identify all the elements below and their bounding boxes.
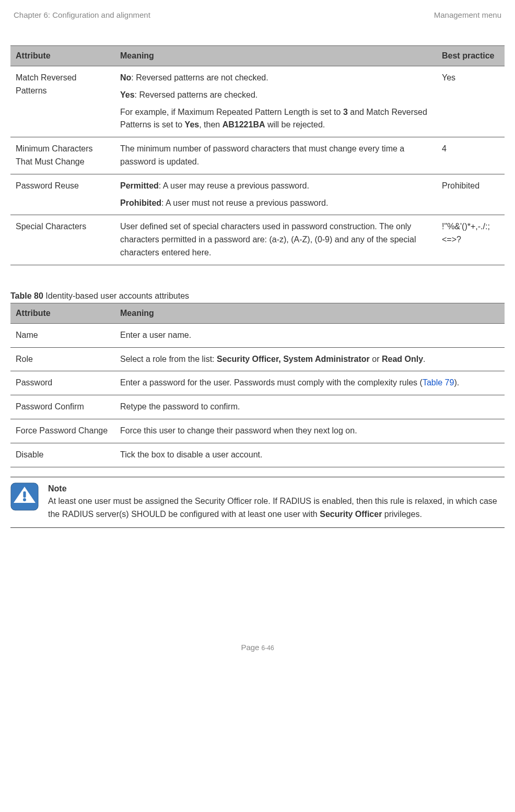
- th-best-practice: Best practice: [437, 46, 505, 66]
- text: : A user may reuse a previous password.: [159, 181, 309, 190]
- table-row: Password Enter a password for the user. …: [10, 371, 505, 395]
- table-row: Role Select a role from the list: Securi…: [10, 347, 505, 371]
- page-header: Chapter 6: Configuration and alignment M…: [10, 10, 505, 45]
- footer-page-number: 6-46: [262, 644, 274, 652]
- text: : A user must not reuse a previous passw…: [161, 198, 328, 207]
- text: Select a role from the list:: [120, 355, 217, 363]
- cell-meaning: User defined set of special characters u…: [115, 215, 437, 265]
- cell-attribute: Disable: [10, 443, 115, 467]
- caption-label: Table 80: [10, 291, 43, 300]
- bold-text: AB1221BA: [223, 120, 265, 129]
- cell-meaning: The minimum number of password character…: [115, 137, 437, 174]
- table-row: Special Characters User defined set of s…: [10, 215, 505, 265]
- table-row: Password Reuse Permitted: A user may reu…: [10, 174, 505, 215]
- bold-text: Prohibited: [120, 198, 161, 207]
- cell-attribute: Special Characters: [10, 215, 115, 265]
- link-table-79[interactable]: Table 79: [423, 378, 454, 387]
- text: , then: [199, 120, 222, 129]
- text: .: [423, 355, 425, 363]
- bold-text: Yes: [185, 120, 200, 129]
- note-block: Note At least one user must be assigned …: [10, 477, 505, 528]
- table-row: Password Confirm Retype the password to …: [10, 395, 505, 419]
- cell-best-practice: Prohibited: [437, 174, 505, 215]
- cell-best-practice: Yes: [437, 66, 505, 137]
- svg-rect-1: [23, 491, 26, 498]
- caption-text: Identity-based user accounts attributes: [43, 291, 189, 300]
- table-79-continuation: Attribute Meaning Best practice Match Re…: [10, 45, 505, 265]
- text: : Reversed patterns are not checked.: [131, 73, 268, 82]
- table-row: Minimum Characters That Must Change The …: [10, 137, 505, 174]
- text: ).: [454, 378, 459, 387]
- note-content: Note At least one user must be assigned …: [48, 483, 505, 521]
- cell-meaning: No: Reversed patterns are not checked. Y…: [115, 66, 437, 137]
- cell-attribute: Force Password Change: [10, 419, 115, 443]
- text: : Reversed patterns are checked.: [135, 90, 258, 99]
- text: or: [370, 355, 382, 363]
- bold-text: Yes: [120, 90, 135, 99]
- table-row: Disable Tick the box to disable a user a…: [10, 443, 505, 467]
- th-meaning: Meaning: [115, 46, 437, 66]
- note-title: Note: [48, 484, 67, 493]
- footer-page-label: Page: [241, 643, 261, 652]
- bold-text: Read Only: [382, 355, 423, 363]
- cell-attribute: Match Reversed Patterns: [10, 66, 115, 137]
- cell-meaning: Enter a password for the user. Passwords…: [115, 371, 505, 395]
- table-80: Attribute Meaning Name Enter a user name…: [10, 303, 505, 467]
- text: will be rejected.: [265, 120, 325, 129]
- cell-meaning: Force this user to change their password…: [115, 419, 505, 443]
- header-right: Management menu: [434, 10, 501, 19]
- cell-meaning: Enter a user name.: [115, 323, 505, 347]
- th-meaning: Meaning: [115, 303, 505, 323]
- cell-meaning: Tick the box to disable a user account.: [115, 443, 505, 467]
- table-row: Name Enter a user name.: [10, 323, 505, 347]
- table-row: Match Reversed Patterns No: Reversed pat…: [10, 66, 505, 137]
- note-text: privileges.: [382, 510, 422, 519]
- note-text: At least one user must be assigned the S…: [48, 497, 497, 519]
- bold-text: No: [120, 73, 131, 82]
- bold-text: Security Officer, System Administrator: [217, 355, 370, 363]
- text: Enter a password for the user. Passwords…: [120, 378, 423, 387]
- th-attribute: Attribute: [10, 303, 115, 323]
- header-left: Chapter 6: Configuration and alignment: [14, 10, 150, 19]
- page-footer: Page 6-46: [10, 643, 505, 652]
- cell-attribute: Password Reuse: [10, 174, 115, 215]
- cell-attribute: Password: [10, 371, 115, 395]
- cell-best-practice: 4: [437, 137, 505, 174]
- table-row: Force Password Change Force this user to…: [10, 419, 505, 443]
- cell-attribute: Minimum Characters That Must Change: [10, 137, 115, 174]
- bold-text: Security Officer: [320, 510, 382, 519]
- cell-meaning: Retype the password to confirm.: [115, 395, 505, 419]
- cell-attribute: Name: [10, 323, 115, 347]
- note-info-icon: [10, 483, 39, 511]
- cell-meaning: Select a role from the list: Security Of…: [115, 347, 505, 371]
- th-attribute: Attribute: [10, 46, 115, 66]
- cell-attribute: Role: [10, 347, 115, 371]
- cell-attribute: Password Confirm: [10, 395, 115, 419]
- cell-meaning: Permitted: A user may reuse a previous p…: [115, 174, 437, 215]
- text: For example, if Maximum Repeated Pattern…: [120, 108, 343, 116]
- bold-text: 3: [343, 108, 348, 116]
- svg-point-2: [23, 498, 26, 501]
- bold-text: Permitted: [120, 181, 159, 190]
- cell-best-practice: !"%&'()*+,-./:;<=>?: [437, 215, 505, 265]
- table-80-caption: Table 80 Identity-based user accounts at…: [10, 291, 505, 301]
